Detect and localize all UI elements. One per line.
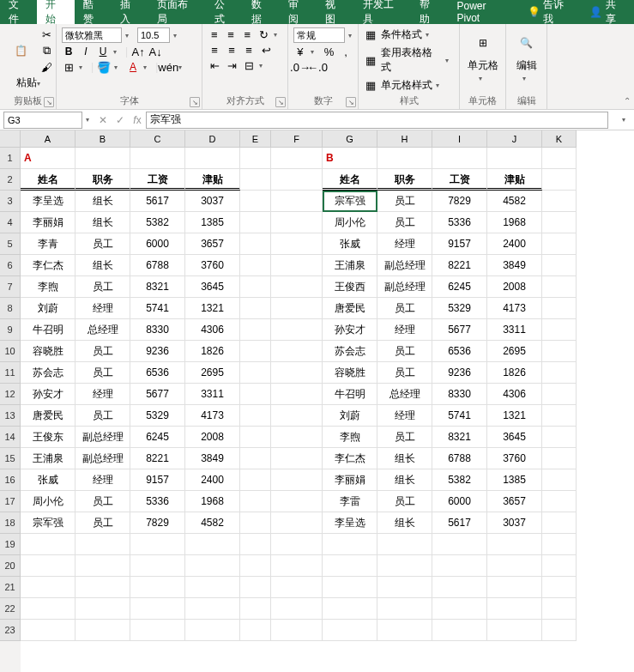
cell[interactable]: 9236 — [130, 341, 185, 362]
underline-button[interactable]: U — [96, 45, 110, 58]
copy-icon[interactable]: ⧉ — [39, 44, 53, 58]
paste-button[interactable]: 📋 — [5, 35, 36, 66]
name-box[interactable] — [3, 112, 82, 129]
cell[interactable]: 员工 — [377, 191, 432, 212]
number-launcher[interactable]: ↘ — [346, 97, 356, 107]
cell[interactable]: 6788 — [432, 448, 487, 469]
select-all-corner[interactable] — [0, 130, 21, 148]
cell[interactable] — [377, 577, 432, 598]
borders-button[interactable]: ⊞ — [62, 60, 75, 74]
cell[interactable]: 容晓胜 — [323, 362, 377, 384]
cell[interactable]: 4582 — [185, 512, 240, 534]
cell[interactable]: 6536 — [130, 362, 185, 384]
cell[interactable]: 牛召明 — [21, 319, 75, 341]
cell[interactable] — [240, 555, 271, 577]
cell[interactable]: 5336 — [130, 491, 185, 512]
percent-icon[interactable]: % — [323, 45, 336, 58]
row-header-2[interactable]: 2 — [0, 169, 21, 191]
cell[interactable] — [240, 298, 271, 319]
cell[interactable] — [185, 598, 240, 620]
cell[interactable]: 组长 — [75, 191, 130, 212]
cell[interactable]: 组长 — [377, 512, 432, 534]
cell[interactable]: 员工 — [75, 491, 130, 512]
cell[interactable] — [432, 620, 487, 641]
row-header-13[interactable]: 13 — [0, 405, 21, 427]
cell[interactable] — [487, 148, 542, 169]
cell[interactable] — [185, 620, 240, 641]
cell[interactable] — [240, 448, 271, 469]
col-header-C[interactable]: C — [130, 130, 185, 148]
cell[interactable]: 李仁杰 — [21, 255, 75, 276]
cell[interactable]: 张威 — [323, 233, 377, 255]
cell[interactable]: 5336 — [432, 212, 487, 233]
cell[interactable]: 王俊东 — [21, 427, 75, 448]
cell[interactable] — [185, 534, 240, 555]
row-header-8[interactable]: 8 — [0, 298, 21, 319]
tab-dev[interactable]: 开发工具 — [354, 0, 412, 24]
cell[interactable] — [271, 448, 323, 469]
cell[interactable] — [130, 620, 185, 641]
cell[interactable] — [240, 233, 271, 255]
cell[interactable] — [542, 319, 577, 341]
cell[interactable] — [542, 341, 577, 362]
cell[interactable] — [271, 427, 323, 448]
align-launcher[interactable]: ↘ — [275, 97, 286, 107]
cell[interactable]: 2695 — [185, 362, 240, 384]
cell[interactable] — [240, 512, 271, 534]
row-header-23[interactable]: 23 — [0, 620, 21, 641]
cell[interactable]: 员工 — [377, 341, 432, 362]
cell[interactable] — [240, 319, 271, 341]
cell[interactable]: 副总经理 — [75, 448, 130, 469]
row-header-5[interactable]: 5 — [0, 233, 21, 255]
cell[interactable]: 经理 — [75, 469, 130, 491]
tab-help[interactable]: 帮助 — [411, 0, 448, 24]
phonetic-button[interactable]: wén — [161, 60, 175, 74]
grow-font-button[interactable]: A↑ — [131, 45, 145, 58]
cell[interactable] — [542, 427, 577, 448]
cell[interactable] — [542, 448, 577, 469]
cell[interactable] — [130, 148, 185, 169]
fill-color-button[interactable]: 🪣 — [97, 60, 111, 74]
tab-review[interactable]: 审阅 — [280, 0, 317, 24]
col-header-B[interactable]: B — [75, 130, 130, 148]
cell[interactable] — [271, 384, 323, 405]
cell[interactable]: 9236 — [432, 362, 487, 384]
cell[interactable] — [75, 620, 130, 641]
cell[interactable] — [271, 341, 323, 362]
cell[interactable]: 5382 — [432, 469, 487, 491]
cell[interactable]: 3760 — [185, 255, 240, 276]
cell[interactable]: 经理 — [75, 384, 130, 405]
cell[interactable]: 8321 — [432, 427, 487, 448]
cell[interactable]: 5741 — [130, 298, 185, 319]
cell[interactable] — [542, 233, 577, 255]
col-header-H[interactable]: H — [377, 130, 432, 148]
tab-home[interactable]: 开始 — [37, 0, 74, 24]
cell[interactable]: 2008 — [185, 427, 240, 448]
cell[interactable] — [271, 233, 323, 255]
share-button[interactable]: 👤共享 — [581, 0, 634, 24]
row-header-12[interactable]: 12 — [0, 384, 21, 405]
row-header-9[interactable]: 9 — [0, 319, 21, 341]
cancel-formula-icon[interactable]: ✕ — [94, 114, 112, 126]
cell[interactable] — [240, 577, 271, 598]
merge-icon[interactable]: ⊟ — [242, 58, 256, 72]
currency-icon[interactable]: ¥ — [293, 45, 307, 58]
cell[interactable] — [130, 577, 185, 598]
cell[interactable] — [271, 620, 323, 641]
cell[interactable] — [271, 319, 323, 341]
cell[interactable] — [377, 598, 432, 620]
cell[interactable]: 张威 — [21, 469, 75, 491]
cell[interactable]: 2008 — [487, 276, 542, 298]
align-right-icon[interactable]: ≡ — [242, 43, 256, 57]
cell[interactable] — [130, 598, 185, 620]
cell[interactable] — [487, 555, 542, 577]
cell[interactable] — [240, 276, 271, 298]
cell[interactable]: 李雷 — [323, 491, 377, 512]
row-header-21[interactable]: 21 — [0, 577, 21, 598]
cell[interactable] — [271, 255, 323, 276]
cell[interactable]: 3645 — [487, 427, 542, 448]
cell[interactable] — [271, 555, 323, 577]
cell[interactable]: 2400 — [185, 469, 240, 491]
cell[interactable]: 总经理 — [377, 384, 432, 405]
cell[interactable] — [487, 577, 542, 598]
